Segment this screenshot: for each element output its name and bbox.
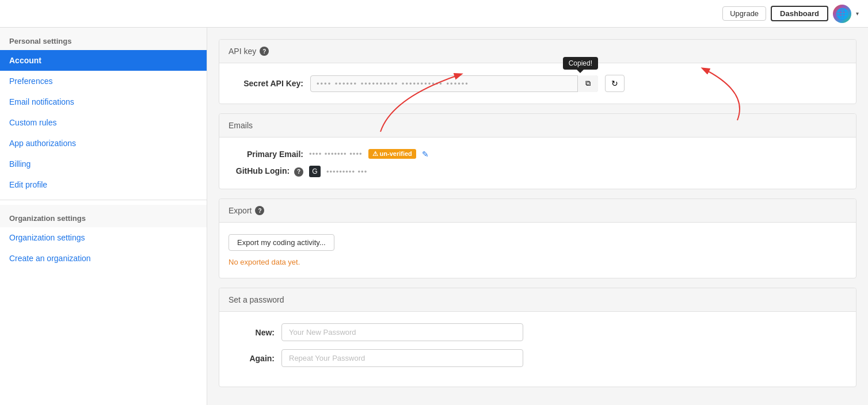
export-card-body: Export my coding activity... No exported… [219,223,856,278]
set-password-card-body: New: Again: [219,312,856,387]
sidebar-item-preferences[interactable]: Preferences [0,71,207,91]
emails-card-header: Emails [219,114,856,137]
org-settings-section-title: Organization settings [0,205,207,227]
upgrade-button[interactable]: Upgrade [722,6,766,21]
unverified-badge: ⚠ un-verified [368,149,416,159]
sidebar-item-organization-settings[interactable]: Organization settings [0,227,207,248]
sidebar-item-edit-profile[interactable]: Edit profile [0,174,207,195]
dashboard-button[interactable]: Dashboard [771,6,828,21]
refresh-api-key-button[interactable]: ↻ [605,75,625,92]
api-key-card-header: API key ? [219,40,856,63]
api-key-input[interactable] [310,75,598,92]
export-title: Export [229,206,252,215]
sidebar-item-custom-rules[interactable]: Custom rules [0,112,207,133]
main-content: API key ? Secret API Key: Copied! ⧉ [207,28,868,405]
emails-title: Emails [229,121,253,130]
api-key-row: Secret API Key: Copied! ⧉ ↻ [229,75,847,92]
api-key-card: API key ? Secret API Key: Copied! ⧉ [219,39,856,104]
set-password-card: Set a password New: Again: [219,288,856,387]
edit-email-icon[interactable]: ✎ [422,150,429,159]
emails-card-body: Primary Email: •••• ••••••• •••• ⚠ un-ve… [219,137,856,189]
personal-settings-section-title: Personal settings [0,28,207,50]
sidebar-item-app-authorizations[interactable]: App authorizations [0,133,207,154]
export-card-header: Export ? [219,199,856,223]
set-password-card-header: Set a password [219,288,856,312]
sidebar-item-billing[interactable]: Billing [0,154,207,174]
github-login-row: GitHub Login: ? G ••••••••• ••• [229,166,847,177]
avatar[interactable]: 🌐 [833,5,851,23]
api-key-title: API key [229,47,256,56]
topnav: Upgrade Dashboard 🌐 ▾ [0,0,868,28]
github-login-label: GitHub Login: ? [229,166,303,177]
copied-tooltip: Copied! [563,57,598,70]
new-password-label: New: [229,328,275,337]
main-layout: Personal settings Account Preferences Em… [0,28,868,405]
export-card: Export ? Export my coding activity... No… [219,198,856,278]
primary-email-value: •••• ••••••• •••• [309,150,363,158]
copy-api-key-button[interactable]: ⧉ [577,75,598,92]
api-key-help-icon[interactable]: ? [260,47,269,56]
repeat-password-row: Again: [229,349,847,367]
copy-icon: ⧉ [585,79,591,88]
new-password-input[interactable] [281,323,523,341]
sidebar-item-email-notifications[interactable]: Email notifications [0,91,207,112]
avatar-chevron-icon[interactable]: ▾ [856,10,859,17]
secret-api-key-label: Secret API Key: [229,79,303,88]
set-password-title: Set a password [229,295,284,304]
api-key-card-body: Secret API Key: Copied! ⧉ ↻ [219,63,856,104]
export-activity-button[interactable]: Export my coding activity... [229,234,334,251]
no-exported-data-text: No exported data yet. [229,258,847,266]
export-help-icon[interactable]: ? [255,206,264,215]
emails-card: Emails Primary Email: •••• ••••••• •••• … [219,113,856,189]
github-avatar: G [309,166,321,177]
repeat-password-label: Again: [229,354,275,363]
api-key-input-wrapper: Copied! ⧉ [310,75,598,92]
repeat-password-input[interactable] [281,349,523,367]
github-username-value: ••••••••• ••• [326,167,367,176]
github-help-icon[interactable]: ? [294,167,303,177]
sidebar: Personal settings Account Preferences Em… [0,28,207,405]
refresh-icon: ↻ [611,79,618,88]
new-password-row: New: [229,323,847,341]
sidebar-divider [0,200,207,200]
primary-email-row: Primary Email: •••• ••••••• •••• ⚠ un-ve… [229,149,847,159]
sidebar-item-create-organization[interactable]: Create an organization [0,248,207,269]
primary-email-label: Primary Email: [229,150,303,159]
sidebar-item-account[interactable]: Account [0,50,207,71]
